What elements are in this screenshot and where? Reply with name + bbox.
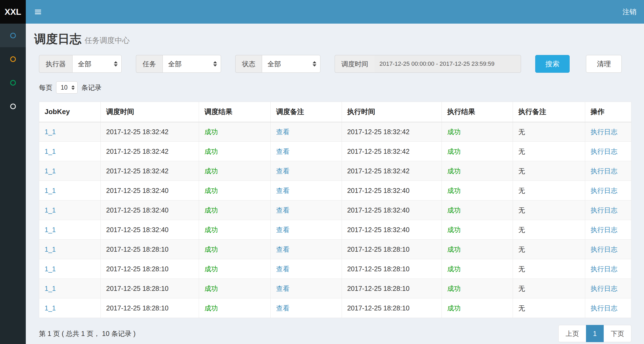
sidebar-item-2[interactable]	[0, 47, 26, 71]
cell-trigger-msg-link[interactable]: 查看	[276, 265, 290, 273]
status-label: 状态	[235, 55, 262, 73]
pagination-page-1[interactable]: 1	[586, 325, 604, 342]
cell-action-link[interactable]: 执行日志	[591, 167, 617, 175]
cell-trigger-msg: 查看	[271, 200, 342, 220]
cell-trigger-msg-link[interactable]: 查看	[276, 226, 290, 233]
cell-jobkey-link[interactable]: 1_1	[45, 265, 56, 273]
select-stepper-icon	[313, 61, 316, 67]
page-title: 调度日志	[34, 32, 81, 45]
cell-trigger-msg: 查看	[271, 122, 342, 142]
column-header-trigger-msg: 调度备注	[271, 102, 342, 122]
page-size-select[interactable]: 10	[56, 81, 78, 94]
cell-handle-result: 成功	[442, 259, 513, 279]
table-row: 1_12017-12-25 18:32:40成功查看2017-12-25 18:…	[39, 220, 631, 240]
cell-trigger-msg-link[interactable]: 查看	[276, 246, 290, 253]
cell-jobkey-link[interactable]: 1_1	[45, 167, 56, 175]
cell-trigger-time-text: 2017-12-25 18:32:42	[106, 148, 168, 155]
cell-handle-result: 成功	[442, 279, 513, 298]
select-stepper-icon	[71, 85, 75, 90]
job-select[interactable]: 全部	[162, 55, 221, 73]
cell-trigger-time-text: 2017-12-25 18:28:10	[106, 265, 168, 273]
executor-select[interactable]: 全部	[72, 55, 122, 73]
logout-link[interactable]: 注销	[623, 7, 636, 17]
cell-jobkey-link[interactable]: 1_1	[45, 128, 56, 136]
trigger-time-range-input[interactable]	[375, 55, 521, 73]
cell-trigger-msg-link[interactable]: 查看	[276, 304, 290, 312]
search-button[interactable]: 搜索	[535, 55, 570, 73]
cell-handle-time-text: 2017-12-25 18:32:42	[347, 128, 410, 136]
cell-trigger-result: 成功	[199, 259, 271, 279]
status-filter-group: 状态 全部	[235, 55, 320, 73]
cell-action-link[interactable]: 执行日志	[591, 304, 617, 312]
cell-action-link[interactable]: 执行日志	[591, 285, 617, 292]
cell-trigger-result: 成功	[199, 220, 271, 240]
cell-trigger-result: 成功	[199, 122, 271, 142]
cell-jobkey: 1_1	[39, 142, 101, 161]
page-size-value: 10	[61, 84, 68, 91]
pagination-prev[interactable]: 上页	[558, 325, 586, 342]
cell-jobkey: 1_1	[39, 279, 101, 298]
sidebar-item-4[interactable]	[0, 94, 26, 118]
cell-action-link[interactable]: 执行日志	[591, 265, 617, 273]
cell-trigger-msg-link[interactable]: 查看	[276, 128, 290, 136]
pagination-next[interactable]: 下页	[603, 325, 631, 342]
cell-trigger-result-text: 成功	[204, 128, 218, 136]
cell-trigger-msg: 查看	[271, 161, 342, 181]
cell-trigger-msg-link[interactable]: 查看	[276, 167, 290, 175]
cell-trigger-msg: 查看	[271, 279, 342, 298]
job-select-value: 全部	[168, 60, 182, 68]
executor-label: 执行器	[39, 55, 72, 73]
select-stepper-icon	[213, 61, 217, 67]
cell-handle-result-text: 成功	[447, 148, 461, 155]
cell-jobkey: 1_1	[39, 122, 101, 142]
cell-trigger-msg-link[interactable]: 查看	[276, 187, 290, 194]
cell-trigger-time: 2017-12-25 18:28:10	[101, 298, 199, 318]
cell-trigger-result: 成功	[199, 161, 271, 181]
page-size-prefix: 每页	[39, 83, 52, 92]
clear-button[interactable]: 清理	[586, 55, 622, 73]
cell-jobkey-link[interactable]: 1_1	[45, 187, 56, 194]
cell-jobkey-link[interactable]: 1_1	[45, 148, 56, 155]
cell-handle-msg-text: 无	[518, 226, 525, 233]
cell-jobkey-link[interactable]: 1_1	[45, 285, 56, 292]
cell-handle-msg-text: 无	[518, 206, 525, 214]
cell-jobkey-link[interactable]: 1_1	[45, 246, 56, 253]
cell-handle-msg-text: 无	[518, 304, 525, 312]
trigger-time-label: 调度时间	[335, 55, 375, 73]
sidebar-item-1[interactable]	[0, 24, 26, 47]
status-select[interactable]: 全部	[262, 55, 320, 73]
cell-trigger-time-text: 2017-12-25 18:32:40	[106, 226, 168, 233]
cell-action-link[interactable]: 执行日志	[591, 148, 617, 155]
cell-action-link[interactable]: 执行日志	[591, 187, 617, 194]
column-header-action: 操作	[585, 102, 631, 122]
sidebar-item-3[interactable]	[0, 71, 26, 94]
cell-trigger-msg-link[interactable]: 查看	[276, 206, 290, 214]
cell-trigger-result: 成功	[199, 298, 271, 318]
cell-action-link[interactable]: 执行日志	[591, 128, 617, 136]
cell-trigger-msg-link[interactable]: 查看	[276, 285, 290, 292]
cell-trigger-result-text: 成功	[204, 187, 218, 194]
cell-jobkey-link[interactable]: 1_1	[45, 304, 56, 312]
cell-action-link[interactable]: 执行日志	[591, 206, 617, 214]
cell-trigger-result-text: 成功	[204, 285, 218, 292]
cell-trigger-msg: 查看	[271, 240, 342, 259]
table-row: 1_12017-12-25 18:32:40成功查看2017-12-25 18:…	[39, 181, 631, 200]
cell-trigger-time: 2017-12-25 18:32:40	[101, 181, 199, 200]
cell-trigger-time: 2017-12-25 18:32:42	[101, 161, 199, 181]
cell-trigger-result-text: 成功	[204, 304, 218, 312]
cell-trigger-msg-link[interactable]: 查看	[276, 148, 290, 155]
cell-jobkey-link[interactable]: 1_1	[45, 206, 56, 214]
cell-action-link[interactable]: 执行日志	[591, 226, 617, 233]
cell-handle-msg-text: 无	[518, 128, 525, 136]
cell-handle-msg: 无	[513, 142, 585, 161]
cell-jobkey-link[interactable]: 1_1	[45, 226, 56, 233]
cell-trigger-time-text: 2017-12-25 18:32:42	[106, 128, 168, 136]
app-logo: XXL	[0, 0, 26, 24]
cell-action-link[interactable]: 执行日志	[591, 246, 617, 253]
cell-handle-result: 成功	[442, 298, 513, 318]
cell-trigger-time-text: 2017-12-25 18:32:40	[106, 187, 168, 194]
cell-jobkey: 1_1	[39, 181, 101, 200]
cell-trigger-time: 2017-12-25 18:32:42	[101, 142, 199, 161]
cell-handle-msg: 无	[513, 259, 585, 279]
sidebar-toggle-icon[interactable]	[33, 7, 43, 17]
